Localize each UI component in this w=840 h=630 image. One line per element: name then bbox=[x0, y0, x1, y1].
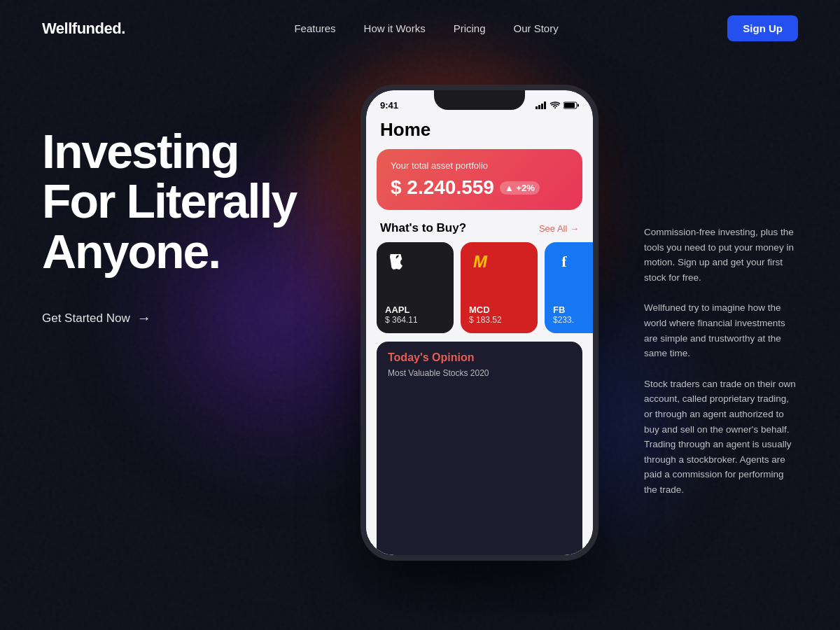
mcd-price: $ 183.52 bbox=[469, 315, 529, 325]
nav-how-it-works[interactable]: How it Works bbox=[364, 22, 426, 34]
mcd-logo: M bbox=[469, 251, 491, 273]
right-text-3: Stock traders can trade on their own acc… bbox=[644, 377, 798, 498]
fb-price: $233. bbox=[553, 315, 593, 325]
cta-text: Get Started Now bbox=[42, 312, 130, 326]
fb-logo-icon: f bbox=[561, 253, 566, 271]
logo: Wellfunded. bbox=[42, 20, 125, 38]
mcd-logo-icon: M bbox=[473, 252, 487, 272]
svg-rect-3 bbox=[544, 102, 546, 109]
fb-ticker: FB bbox=[553, 304, 593, 315]
right-text-1: Commission-free investing, plus the tool… bbox=[644, 225, 798, 285]
battery-icon bbox=[564, 102, 579, 109]
aapl-price: $ 364.11 bbox=[385, 315, 445, 325]
whats-to-buy-title: What's to Buy? bbox=[380, 221, 466, 235]
hero-line1: Investing bbox=[42, 125, 239, 178]
signup-button[interactable]: Sign Up bbox=[727, 15, 798, 41]
get-started-link[interactable]: Get Started Now → bbox=[42, 310, 315, 326]
todays-opinion: Today's Opinion Most Valuable Stocks 202… bbox=[377, 342, 582, 555]
nav-pricing[interactable]: Pricing bbox=[454, 22, 486, 34]
opinion-subtitle: Most Valuable Stocks 2020 bbox=[388, 368, 571, 378]
nav-links: Features How it Works Pricing Our Story bbox=[294, 22, 558, 34]
mcd-ticker: MCD bbox=[469, 304, 529, 315]
svg-rect-0 bbox=[536, 106, 538, 109]
whats-buy-header: What's to Buy? See All → bbox=[366, 210, 593, 242]
portfolio-change: ▲ +2% bbox=[500, 181, 540, 195]
hero-left: Investing For Literally Anyone. Get Star… bbox=[42, 85, 315, 326]
stock-cards-container: AAPL $ 364.11 M MCD $ 183.52 bbox=[366, 242, 593, 333]
main-content: Investing For Literally Anyone. Get Star… bbox=[0, 57, 840, 561]
status-time: 9:41 bbox=[380, 100, 398, 111]
svg-rect-1 bbox=[538, 105, 540, 109]
stock-card-aapl[interactable]: AAPL $ 364.11 bbox=[377, 242, 454, 333]
hero-line2: For Literally bbox=[42, 174, 296, 227]
phone-mockup-col: 9:41 bbox=[315, 85, 644, 561]
stock-card-mcd[interactable]: M MCD $ 183.52 bbox=[461, 242, 538, 333]
portfolio-card: Your total asset portfolio $ 2.240.559 ▲… bbox=[377, 149, 582, 210]
cta-arrow-icon: → bbox=[137, 310, 151, 326]
phone-notch bbox=[434, 90, 525, 110]
navbar: Wellfunded. Features How it Works Pricin… bbox=[0, 0, 840, 57]
svg-rect-5 bbox=[564, 103, 575, 108]
phone-screen: 9:41 bbox=[366, 90, 593, 555]
portfolio-amount: $ 2.240.559 bbox=[391, 176, 494, 199]
signal-icon bbox=[536, 102, 547, 109]
phone-app-content: Home Your total asset portfolio $ 2.240.… bbox=[366, 113, 593, 555]
aapl-ticker: AAPL bbox=[385, 304, 445, 315]
app-home-title: Home bbox=[366, 113, 593, 149]
hero-line3: Anyone. bbox=[42, 225, 220, 278]
opinion-title: Today's Opinion bbox=[388, 351, 571, 364]
svg-rect-2 bbox=[541, 104, 543, 109]
stock-card-fb[interactable]: f FB $233. bbox=[545, 242, 593, 333]
right-text-2: Wellfuned try to imagine how the world w… bbox=[644, 300, 798, 360]
phone-mockup: 9:41 bbox=[360, 85, 598, 561]
right-column: Commission-free investing, plus the tool… bbox=[644, 85, 798, 513]
svg-rect-6 bbox=[578, 104, 579, 107]
nav-features[interactable]: Features bbox=[294, 22, 335, 34]
wifi-icon bbox=[550, 102, 560, 109]
nav-our-story[interactable]: Our Story bbox=[514, 22, 559, 34]
portfolio-label: Your total asset portfolio bbox=[391, 160, 568, 171]
portfolio-value: $ 2.240.559 ▲ +2% bbox=[391, 176, 568, 199]
apple-logo bbox=[385, 251, 407, 273]
hero-title: Investing For Literally Anyone. bbox=[42, 127, 315, 276]
fb-logo: f bbox=[553, 251, 575, 273]
apple-logo-icon bbox=[388, 254, 404, 270]
status-icons bbox=[536, 102, 579, 109]
see-all-link[interactable]: See All → bbox=[539, 223, 579, 234]
